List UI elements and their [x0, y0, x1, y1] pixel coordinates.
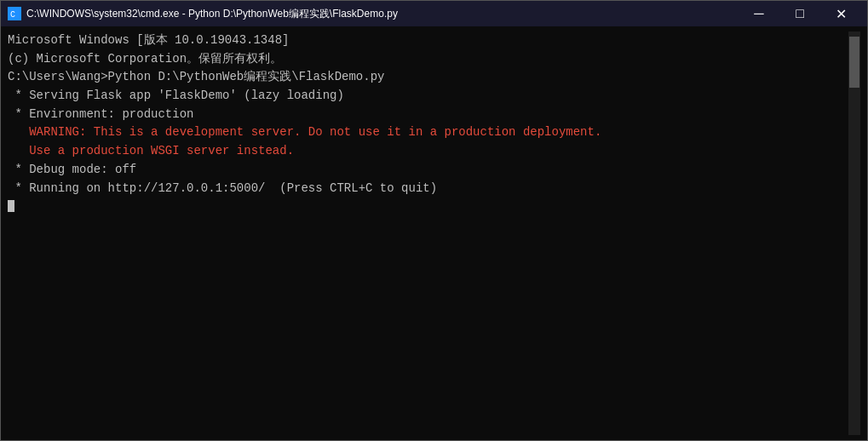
svg-text:C: C: [10, 10, 15, 20]
terminal-line: C:\Users\Wang>Python D:\PythonWeb编程实践\Fl…: [8, 68, 848, 87]
terminal-line: Microsoft Windows [版本 10.0.19043.1348]: [8, 32, 848, 50]
terminal-line: * Debug mode: off: [8, 161, 848, 180]
terminal-line: Use a production WSGI server instead.: [8, 142, 848, 161]
terminal-content: Microsoft Windows [版本 10.0.19043.1348](c…: [8, 32, 848, 435]
cursor-line: [8, 198, 848, 216]
title-bar: C C:\WINDOWS\system32\cmd.exe - Python D…: [1, 1, 867, 26]
terminal-body: Microsoft Windows [版本 10.0.19043.1348](c…: [1, 26, 867, 440]
terminal-line: * Running on http://127.0.0.1:5000/ (Pre…: [8, 180, 848, 198]
terminal-line: WARNING: This is a development server. D…: [8, 123, 848, 142]
minimize-button[interactable]: ─: [739, 1, 779, 26]
cmd-window: C C:\WINDOWS\system32\cmd.exe - Python D…: [0, 0, 868, 441]
terminal-line: * Environment: production: [8, 106, 848, 124]
terminal-line: * Serving Flask app 'FlaskDemo' (lazy lo…: [8, 87, 848, 106]
scrollbar[interactable]: [848, 32, 860, 435]
cmd-icon: C: [8, 7, 21, 20]
terminal-cursor: [8, 200, 14, 212]
maximize-button[interactable]: □: [780, 1, 819, 26]
scrollbar-thumb[interactable]: [849, 37, 859, 88]
window-title: C:\WINDOWS\system32\cmd.exe - Python D:\…: [26, 7, 398, 21]
window-controls: ─ □ ✕: [739, 1, 860, 26]
title-bar-left: C C:\WINDOWS\system32\cmd.exe - Python D…: [8, 7, 398, 21]
close-button[interactable]: ✕: [821, 1, 860, 26]
terminal-line: (c) Microsoft Corporation。保留所有权利。: [8, 50, 848, 69]
